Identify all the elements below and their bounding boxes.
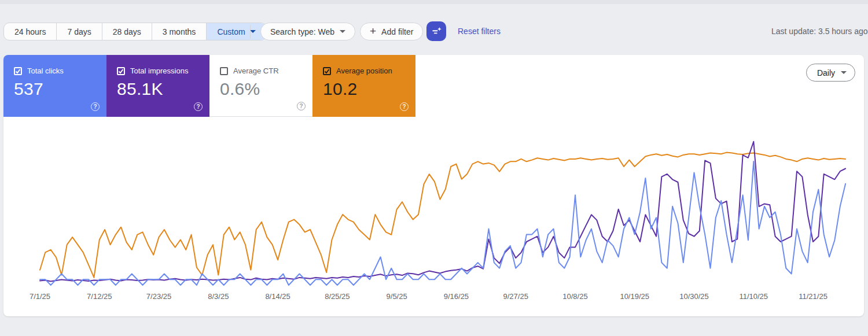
plus-icon: + [370,25,376,36]
x-tick-label: 7/12/25 [76,292,123,301]
series-line-clicks [40,161,845,285]
add-filter-label: Add filter [381,27,413,36]
x-tick-label: 8/14/25 [255,292,301,301]
last-update-text: Last update: 3.5 hours ago [771,27,868,36]
x-tick-label: 7/1/25 [17,292,63,301]
x-tick-label: 10/8/25 [552,292,598,301]
tune-sparkle-icon [431,25,442,37]
x-tick-label: 8/25/25 [314,292,361,301]
x-tick-label: 9/5/25 [374,292,420,301]
x-tick-label: 11/21/25 [790,292,836,301]
date-range-custom-label: Custom [217,27,245,36]
x-tick-label: 9/16/25 [433,292,479,301]
chevron-down-icon [340,30,345,33]
x-tick-label: 8/3/25 [195,292,241,301]
performance-panel: Total clicks 537 ? Total impressions 85.… [3,55,864,316]
reset-filters-link[interactable]: Reset filters [458,27,501,36]
chart-lines [3,55,864,316]
x-tick-label: 10/19/25 [612,292,658,301]
date-range-tabs: 24 hours 7 days 28 days 3 months Custom [3,23,267,40]
series-line-average-position [40,153,845,278]
performance-chart[interactable]: 7/1/257/12/257/23/258/3/258/14/258/25/25… [3,55,864,316]
filter-toolbar: 24 hours 7 days 28 days 3 months Custom … [0,0,868,55]
date-range-7-days[interactable]: 7 days [57,23,102,40]
x-tick-label: 9/27/25 [492,292,539,301]
chevron-down-icon [250,30,256,33]
search-type-label: Search type: Web [270,27,334,36]
search-type-dropdown[interactable]: Search type: Web [260,23,355,40]
date-range-24-hours[interactable]: 24 hours [4,23,57,40]
date-range-28-days[interactable]: 28 days [102,23,152,40]
date-range-3-months[interactable]: 3 months [152,23,207,40]
series-line-impressions [40,142,845,282]
add-filter-button[interactable]: + Add filter [360,23,423,40]
toolbar-divider [250,25,251,39]
date-range-custom[interactable]: Custom [207,23,266,40]
x-tick-label: 7/23/25 [136,292,182,301]
x-tick-label: 11/10/25 [730,292,777,301]
filters-button[interactable] [426,21,446,41]
x-tick-label: 10/30/25 [671,292,718,301]
